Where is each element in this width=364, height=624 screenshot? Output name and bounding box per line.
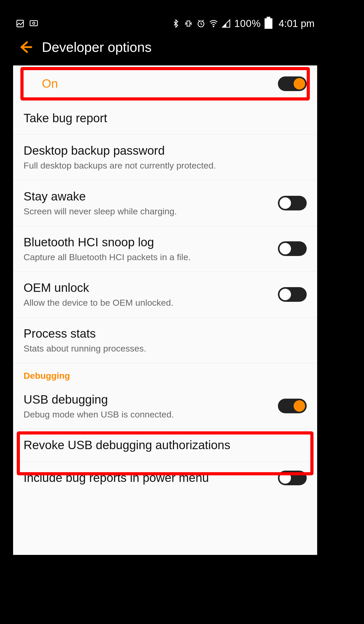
bluetooth-hci-snoop-log[interactable]: Bluetooth HCI snoop log Capture all Blue… — [13, 226, 317, 272]
item-subtitle: Capture all Bluetooth HCI packets in a f… — [24, 252, 273, 263]
cast-icon — [29, 19, 38, 28]
wifi-icon — [209, 19, 218, 28]
item-subtitle: Full desktop backups are not currently p… — [24, 160, 307, 171]
include-bug-reports-power-menu[interactable]: Include bug reports in power menu — [13, 462, 317, 501]
svg-rect-0 — [17, 20, 24, 27]
bluetooth-icon — [171, 19, 180, 28]
oem-unlock[interactable]: OEM unlock Allow the device to be OEM un… — [13, 272, 317, 317]
app-header: Developer options — [13, 31, 317, 63]
image-icon — [16, 19, 25, 28]
take-bug-report[interactable]: Take bug report — [13, 102, 317, 135]
usb-debugging-switch[interactable] — [278, 399, 307, 413]
item-title: Process stats — [24, 326, 307, 341]
device-frame: 100% 4:01 pm Developer options On Take b… — [13, 16, 317, 555]
svg-rect-1 — [30, 21, 37, 26]
item-title: OEM unlock — [24, 281, 273, 295]
oem-unlock-switch[interactable] — [278, 287, 307, 302]
process-stats[interactable]: Process stats Stats about running proces… — [13, 317, 317, 363]
item-title: USB debugging — [24, 392, 273, 407]
bug-reports-power-menu-switch[interactable] — [278, 471, 307, 485]
item-title: Bluetooth HCI snoop log — [24, 235, 273, 249]
revoke-usb-debugging[interactable]: Revoke USB debugging authorizations — [13, 429, 317, 461]
bluetooth-snoop-switch[interactable] — [278, 241, 307, 256]
svg-rect-3 — [187, 21, 190, 26]
content-area: On Take bug report Desktop backup passwo… — [13, 65, 317, 555]
item-subtitle: Stats about running processes. — [24, 343, 307, 354]
battery-percent: 100% — [234, 18, 261, 29]
item-subtitle: Allow the device to be OEM unlocked. — [24, 297, 273, 308]
back-button[interactable] — [18, 40, 32, 54]
stay-awake-switch[interactable] — [278, 196, 307, 210]
item-subtitle: Debug mode when USB is connected. — [24, 409, 273, 420]
desktop-backup-password[interactable]: Desktop backup password Full desktop bac… — [13, 135, 317, 180]
alarm-icon — [197, 19, 205, 28]
battery-icon — [265, 18, 272, 29]
vibrate-icon — [184, 19, 193, 28]
item-subtitle: Screen will never sleep while charging. — [24, 206, 273, 217]
developer-options-master-toggle[interactable]: On — [13, 65, 317, 102]
status-time: 4:01 pm — [279, 18, 315, 29]
item-title: Desktop backup password — [24, 143, 307, 158]
master-toggle-switch[interactable] — [278, 76, 307, 91]
item-title: Revoke USB debugging authorizations — [24, 438, 307, 452]
section-header-debugging: Debugging — [13, 363, 317, 383]
stay-awake[interactable]: Stay awake Screen will never sleep while… — [13, 180, 317, 226]
item-title: Take bug report — [24, 111, 307, 125]
usb-debugging[interactable]: USB debugging Debug mode when USB is con… — [13, 383, 317, 429]
svg-point-5 — [213, 26, 214, 27]
page-title: Developer options — [42, 39, 152, 55]
master-toggle-label: On — [42, 76, 273, 91]
svg-point-2 — [33, 22, 35, 24]
item-title: Include bug reports in power menu — [24, 471, 273, 485]
signal-icon — [222, 19, 231, 28]
item-title: Stay awake — [24, 189, 273, 204]
status-bar: 100% 4:01 pm — [13, 16, 317, 31]
